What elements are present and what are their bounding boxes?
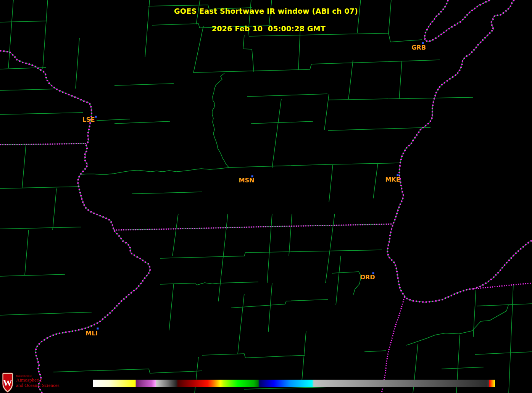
- county-line: [22, 145, 26, 188]
- county-line: [114, 121, 170, 124]
- county-line: [399, 61, 402, 99]
- lake-michigan-southeast-shoreline: [473, 240, 532, 289]
- logo-text: Department of Atmospheric and Oceanic Sc…: [16, 372, 59, 388]
- lake-michigan-west-shoreline-underlay: [387, 0, 514, 302]
- county-line: [336, 256, 341, 305]
- county-line: [53, 369, 202, 373]
- county-line: [132, 192, 202, 194]
- county-line: [231, 300, 328, 308]
- county-line: [0, 312, 92, 315]
- station-label-ORD: ORD: [360, 274, 375, 281]
- county-line: [473, 290, 476, 337]
- county-line: [301, 331, 306, 385]
- county-line: [82, 168, 229, 174]
- station-dot-LSE: [95, 116, 97, 118]
- county-line: [25, 230, 29, 275]
- county-line: [364, 351, 386, 352]
- logo-line-1: Atmospheric: [16, 377, 59, 383]
- satellite-viewer: { "title": { "line1": "GOES East Shortwa…: [0, 0, 532, 393]
- county-line: [272, 99, 281, 168]
- county-line: [328, 127, 430, 130]
- title-line-1: GOES East Shortwave IR window (ABI ch 07…: [174, 7, 358, 15]
- county-line: [169, 284, 174, 330]
- county-line: [172, 214, 178, 256]
- station-label-LSE: LSE: [82, 116, 95, 123]
- county-line: [247, 94, 327, 97]
- county-line: [326, 214, 335, 283]
- mississippi-river-underlay: [0, 51, 150, 393]
- uw-monogram: W: [3, 378, 12, 388]
- county-line: [0, 274, 65, 276]
- station-label-MLI: MLI: [85, 330, 98, 337]
- county-line: [373, 163, 378, 198]
- indiana-border: [473, 283, 532, 289]
- county-line: [332, 272, 361, 295]
- county-line: [348, 60, 353, 99]
- county-line: [289, 214, 292, 256]
- county-line: [324, 94, 329, 130]
- image-title: GOES East Shortwave IR window (ABI ch 07…: [0, 7, 532, 33]
- colorbar: [93, 380, 495, 387]
- county-line: [268, 283, 272, 332]
- county-line: [193, 60, 440, 72]
- county-line: [0, 113, 83, 114]
- county-line: [76, 38, 79, 89]
- county-line: [477, 304, 532, 306]
- county-line: [229, 163, 400, 168]
- county-line: [328, 97, 473, 100]
- county-line: [406, 305, 508, 345]
- station-label-GRB: GRB: [411, 44, 426, 51]
- county-line: [0, 227, 81, 229]
- uw-crest-icon: W: [1, 372, 14, 393]
- illinois-indiana-border: [382, 297, 405, 393]
- county-line: [442, 367, 484, 369]
- county-line: [251, 121, 313, 124]
- county-line: [0, 89, 57, 90]
- map-canvas: GRBLSEMSNMKEORDMLI: [0, 0, 532, 393]
- station-dot-MLI: [97, 328, 99, 330]
- station-label-MKE: MKE: [385, 176, 400, 183]
- county-line: [53, 188, 56, 230]
- county-line: [223, 214, 228, 256]
- county-line: [114, 84, 174, 85]
- logo-line-2: and Oceanic Sciences: [16, 383, 59, 388]
- county-line: [160, 250, 382, 258]
- uw-aos-logo: W Department of Atmospheric and Oceanic …: [1, 372, 59, 393]
- county-line: [218, 256, 223, 301]
- county-line: [389, 33, 422, 42]
- county-line: [195, 357, 198, 393]
- county-line: [212, 73, 229, 168]
- mississippi-river: [0, 51, 150, 393]
- station-label-MSN: MSN: [239, 177, 255, 184]
- county-line: [249, 33, 389, 36]
- lake-michigan-west-shoreline: [387, 0, 514, 302]
- county-line: [475, 352, 532, 354]
- county-line: [202, 354, 305, 358]
- county-line: [243, 35, 254, 72]
- county-line: [329, 165, 333, 202]
- county-line: [97, 119, 130, 121]
- county-line: [238, 294, 244, 354]
- title-line-2: 2026 Feb 10 05:00:28 GMT: [212, 24, 326, 33]
- county-line: [509, 285, 513, 393]
- county-line: [160, 282, 258, 285]
- county-line: [267, 214, 272, 283]
- county-line: [0, 187, 80, 188]
